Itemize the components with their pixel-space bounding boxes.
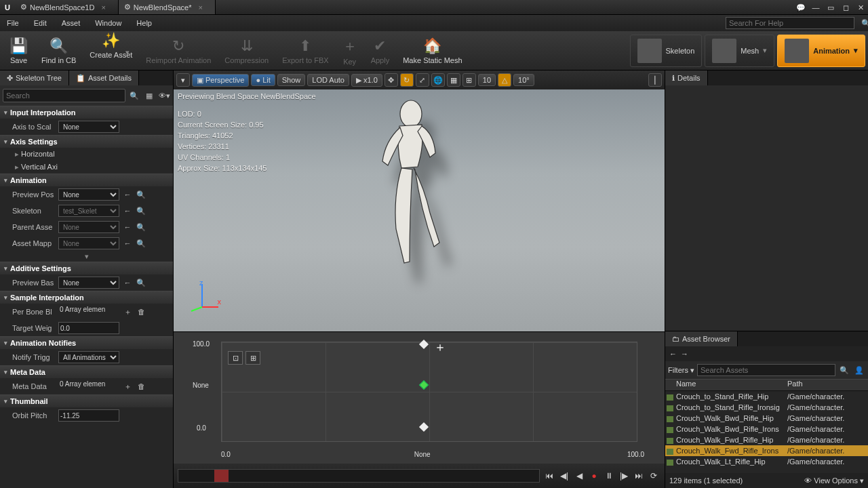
restore-button[interactable]: ▭ xyxy=(823,0,838,14)
eye-icon[interactable]: 👁▾ xyxy=(158,92,170,100)
search-icon[interactable]: 🔍 xyxy=(854,15,868,31)
chat-icon[interactable]: 💬 xyxy=(793,0,808,14)
compression-button[interactable]: ⇊Compression xyxy=(218,33,275,69)
mode-animation[interactable]: Animation▾ xyxy=(777,35,865,67)
asset-row[interactable]: Crouch_Walk_Lt_Rifle_Hip/Game/character. xyxy=(665,456,868,467)
asset-row[interactable]: Crouch_Walk_Fwd_Rifle_Hip/Game/character… xyxy=(665,434,868,445)
section-animation[interactable]: Animation xyxy=(0,174,173,186)
pause-icon[interactable]: ⏸ xyxy=(602,469,616,483)
timeline-track[interactable] xyxy=(178,469,540,483)
tab-asset-browser[interactable]: 🗀 Asset Browser xyxy=(665,331,738,346)
angle-size[interactable]: 10° xyxy=(513,74,534,86)
back-icon[interactable]: ← xyxy=(122,223,133,231)
asset-row[interactable]: Crouch_Walk_Bwd_Rifle_Irons/Game/charact… xyxy=(665,424,868,434)
move-icon[interactable]: ✥ xyxy=(384,73,398,87)
back-icon[interactable]: ← xyxy=(122,190,133,199)
mode-mesh[interactable]: Mesh▾ xyxy=(705,35,774,67)
skeleton-select[interactable]: test_Skelet xyxy=(58,205,119,217)
trash-icon[interactable]: 🗑 xyxy=(136,382,146,390)
filters-button[interactable]: Filters ▾ xyxy=(668,366,694,375)
section-input-interpolation[interactable]: Input Interpolation xyxy=(0,106,173,119)
asset-row[interactable]: Crouch_to_Stand_Rifle_Ironsig/Game/chara… xyxy=(665,402,868,413)
blend-space-editor[interactable]: ⊡⊞ 100.0 None 0.0 0.0 None 100.0 ＋ xyxy=(174,331,665,464)
minimize-button[interactable]: — xyxy=(808,0,823,14)
tab-details[interactable]: ℹ Details xyxy=(665,70,708,85)
per-bone-array[interactable]: 0 Array elemen xyxy=(58,306,119,318)
axis-scale-select[interactable]: None xyxy=(58,121,119,133)
close-icon[interactable]: × xyxy=(101,3,105,12)
mode-skeleton[interactable]: Skeleton xyxy=(630,35,703,67)
section-meta[interactable]: Meta Data xyxy=(0,365,173,378)
asset-list[interactable]: Crouch_to_Stand_Rifle_Hip/Game/character… xyxy=(665,391,868,473)
axis-horizontal[interactable]: Horizontal xyxy=(0,148,173,161)
snap-label-icon[interactable]: ⊡ xyxy=(228,351,243,365)
nav-fwd-icon[interactable]: → xyxy=(681,350,688,358)
menu-window[interactable]: Window xyxy=(88,15,128,31)
menu-edit[interactable]: Edit xyxy=(27,15,54,31)
grid-size[interactable]: 10 xyxy=(478,74,496,86)
play-reverse-icon[interactable]: ◀ xyxy=(572,469,586,483)
help-search-input[interactable] xyxy=(726,17,854,29)
to-end-icon[interactable]: ⏭ xyxy=(632,469,646,483)
menu-asset[interactable]: Asset xyxy=(55,15,87,31)
close-icon[interactable]: × xyxy=(198,3,202,12)
meta-data-array[interactable]: 0 Array elemen xyxy=(58,380,119,392)
user-icon[interactable]: 👤 xyxy=(853,366,865,375)
rotate-icon[interactable]: ↻ xyxy=(400,73,414,87)
browse-icon[interactable]: 🔍 xyxy=(136,190,146,199)
browse-icon[interactable]: 🔍 xyxy=(136,279,146,287)
record-icon[interactable]: ● xyxy=(587,469,601,483)
back-icon[interactable]: ← xyxy=(122,207,133,215)
menu-help[interactable]: Help xyxy=(130,15,159,31)
browse-icon[interactable]: 🔍 xyxy=(136,223,146,232)
preview-cursor[interactable]: ＋ xyxy=(434,339,446,355)
asset-row[interactable]: Crouch_Walk_Fwd_Rifle_Irons/Game/charact… xyxy=(665,445,868,456)
menu-file[interactable]: File xyxy=(0,15,26,31)
show-button[interactable]: Show xyxy=(277,74,306,86)
make-static-mesh-button[interactable]: 🏠Make Static Mesh xyxy=(396,33,469,69)
back-icon[interactable]: ← xyxy=(122,239,133,247)
create-asset-button[interactable]: ✨Create Asset▾ xyxy=(83,33,139,69)
preview-pose-select[interactable]: None xyxy=(58,188,119,201)
tab-skeleton-tree[interactable]: ✤ Skeleton Tree xyxy=(0,70,69,85)
add-icon[interactable]: ＋ xyxy=(122,382,133,392)
section-thumbnail[interactable]: Thumbnail xyxy=(0,394,173,407)
section-additive[interactable]: Additive Settings xyxy=(0,262,173,274)
target-weight-input[interactable] xyxy=(58,322,119,334)
lit-button[interactable]: ● Lit xyxy=(251,74,275,86)
trash-icon[interactable]: 🗑 xyxy=(136,308,146,316)
browse-icon[interactable]: 🔍 xyxy=(136,207,146,216)
add-icon[interactable]: ＋ xyxy=(122,307,133,317)
details-search-input[interactable] xyxy=(3,89,125,102)
viewport[interactable]: Previewing Blend Space NewBlendSpace LOD… xyxy=(174,89,665,331)
asset-mapping-select[interactable]: None xyxy=(58,237,119,249)
grid-icon[interactable]: ▦ xyxy=(143,92,155,100)
reimport-button[interactable]: ↻Reimport Animation xyxy=(139,33,218,69)
axis-vertical[interactable]: Vertical Axi xyxy=(0,161,173,174)
apply-button[interactable]: ✔Apply xyxy=(364,33,397,69)
play-speed[interactable]: ▶ x1.0 xyxy=(351,74,382,87)
notify-trigger-select[interactable]: All Animations xyxy=(58,351,119,363)
preview-base-select[interactable]: None xyxy=(58,277,119,289)
asset-row[interactable]: Crouch_Walk_Bwd_Rifle_Hip/Game/character… xyxy=(665,413,868,424)
to-start-icon[interactable]: ⏮ xyxy=(542,469,556,483)
close-button[interactable]: ✕ xyxy=(853,0,868,14)
parent-asset-select[interactable]: None xyxy=(58,221,119,233)
browse-icon[interactable]: 🔍 xyxy=(136,239,146,248)
file-tab-1[interactable]: ⚙NewBlendSpace1D× xyxy=(15,0,119,14)
dropdown-icon[interactable]: ▾ xyxy=(176,73,190,87)
snap-grid-icon[interactable]: ⊞ xyxy=(245,351,260,365)
back-icon[interactable]: ← xyxy=(122,279,133,287)
loop-icon[interactable]: ⟳ xyxy=(647,469,660,483)
grid-snap-icon[interactable]: ⊞ xyxy=(462,73,476,87)
section-axis-settings[interactable]: Axis Settings xyxy=(0,135,173,148)
view-options-button[interactable]: 👁 View Options ▾ xyxy=(804,476,864,485)
asset-row[interactable]: Crouch_to_Stand_Rifle_Hip/Game/character… xyxy=(665,391,868,402)
save-button[interactable]: 💾Save xyxy=(3,33,35,69)
nav-back-icon[interactable]: ← xyxy=(669,350,677,358)
search-icon[interactable]: 🔍 xyxy=(128,92,140,100)
section-notifies[interactable]: Animation Notifies xyxy=(0,336,173,349)
find-in-cb-button[interactable]: 🔍Find in CB xyxy=(35,33,83,69)
angle-snap-icon[interactable]: △ xyxy=(498,73,511,87)
slider-icon[interactable]: ⎮ xyxy=(648,73,662,87)
